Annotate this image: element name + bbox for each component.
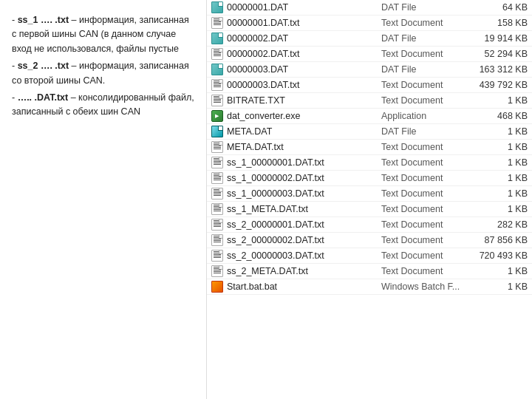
file-icon <box>211 157 223 168</box>
file-type: Text Document <box>377 217 469 233</box>
file-type: Windows Batch F... <box>377 279 469 295</box>
file-name-cell: ss_2_META.DAT.txt <box>207 264 377 279</box>
file-size: 163 312 KB <box>469 62 532 78</box>
table-row[interactable]: 00000002.DAT.txt Text Document52 294 KB <box>207 47 532 62</box>
item1: - ss_1 …. .txt – информация, записанная … <box>12 13 194 56</box>
file-type: DAT File <box>377 0 469 16</box>
file-icon <box>211 33 223 44</box>
file-type: Text Document <box>377 78 469 93</box>
file-size: 1 KB <box>469 155 532 171</box>
file-icon <box>211 79 223 91</box>
file-name-cell: ss_2_00000001.DAT.txt <box>207 217 377 232</box>
file-type: Text Document <box>377 16 469 31</box>
file-name-cell: dat_converter.exe <box>207 109 377 123</box>
file-size: 468 KB <box>469 109 532 124</box>
file-type: DAT File <box>377 31 469 47</box>
file-type: Text Document <box>377 155 469 171</box>
file-icon <box>211 17 223 29</box>
file-name: 00000003.DAT <box>227 64 288 75</box>
table-row[interactable]: META.DAT.txt Text Document1 KB <box>207 140 532 155</box>
file-name: META.DAT <box>227 126 272 137</box>
file-size: 1 KB <box>469 279 532 295</box>
file-icon <box>211 172 223 184</box>
file-icon <box>211 234 223 246</box>
file-type: Text Document <box>377 233 469 248</box>
table-row[interactable]: ss_2_00000003.DAT.txt Text Document720 4… <box>207 248 532 264</box>
file-icon <box>211 188 223 200</box>
file-type: Text Document <box>377 140 469 155</box>
file-icon <box>211 48 223 60</box>
table-row[interactable]: ss_2_00000001.DAT.txt Text Document282 K… <box>207 217 532 233</box>
file-size: 87 856 KB <box>469 233 532 248</box>
file-name: 00000002.DAT <box>227 33 288 44</box>
file-name-cell: 00000001.DAT.txt <box>207 16 377 30</box>
file-type: Text Document <box>377 47 469 62</box>
file-name-cell: ss_1_00000003.DAT.txt <box>207 186 377 201</box>
table-row[interactable]: BITRATE.TXT Text Document1 KB <box>207 93 532 109</box>
file-name: ss_2_00000001.DAT.txt <box>227 219 324 230</box>
file-name: 00000001.DAT <box>227 2 288 13</box>
file-type: Text Document <box>377 93 469 109</box>
file-icon <box>211 110 223 122</box>
file-size: 1 KB <box>469 171 532 186</box>
file-size: 64 KB <box>469 0 532 16</box>
file-name: ss_1_00000002.DAT.txt <box>227 173 324 183</box>
file-name-cell: 00000002.DAT <box>207 31 377 46</box>
table-row[interactable]: ss_1_META.DAT.txt Text Document1 KB <box>207 202 532 217</box>
table-row[interactable]: ss_2_00000002.DAT.txt Text Document87 85… <box>207 233 532 248</box>
table-row[interactable]: META.DAT DAT File1 KB <box>207 124 532 140</box>
file-name-cell: 00000002.DAT.txt <box>207 47 377 61</box>
file-size: 1 KB <box>469 202 532 217</box>
file-icon <box>211 219 223 231</box>
file-name-cell: META.DAT.txt <box>207 140 377 154</box>
file-icon <box>211 203 223 215</box>
table-row[interactable]: 00000003.DAT DAT File163 312 KB <box>207 62 532 78</box>
table-row[interactable]: 00000001.DAT.txt Text Document158 KB <box>207 16 532 31</box>
table-row[interactable]: ss_1_00000003.DAT.txt Text Document1 KB <box>207 186 532 202</box>
file-name: BITRATE.TXT <box>227 95 285 106</box>
file-name: ss_1_00000003.DAT.txt <box>227 188 324 199</box>
table-row[interactable]: ss_1_00000002.DAT.txt Text Document1 KB <box>207 171 532 186</box>
file-name-cell: ss_1_00000002.DAT.txt <box>207 171 377 185</box>
file-name-cell: ss_1_00000001.DAT.txt <box>207 155 377 170</box>
table-row[interactable]: 00000001.DAT DAT File64 KB <box>207 0 532 16</box>
file-icon <box>211 250 223 262</box>
file-icon <box>211 141 223 153</box>
file-icon <box>211 64 223 75</box>
file-size: 158 KB <box>469 16 532 31</box>
file-icon <box>211 1 223 13</box>
file-name: ss_2_META.DAT.txt <box>227 266 308 276</box>
file-name: ss_2_00000002.DAT.txt <box>227 235 324 245</box>
file-name: dat_converter.exe <box>227 111 300 121</box>
file-size: 1 KB <box>469 124 532 140</box>
file-name: META.DAT.txt <box>227 142 284 152</box>
table-row[interactable]: Start.bat.bat Windows Batch F...1 KB <box>207 279 532 295</box>
file-icon <box>211 126 223 137</box>
table-row[interactable]: dat_converter.exe Application468 KB <box>207 109 532 124</box>
file-size: 52 294 KB <box>469 47 532 62</box>
file-name: 00000002.DAT.txt <box>227 49 299 59</box>
file-name-cell: META.DAT <box>207 124 377 139</box>
file-name-cell: 00000003.DAT.txt <box>207 78 377 92</box>
file-name: ss_1_META.DAT.txt <box>227 204 308 214</box>
file-size: 439 792 KB <box>469 78 532 93</box>
file-name-cell: ss_2_00000002.DAT.txt <box>207 233 377 248</box>
description-panel: - ss_1 …. .txt – информация, записанная … <box>0 0 207 399</box>
file-name-cell: 00000001.DAT <box>207 0 377 15</box>
file-type: DAT File <box>377 62 469 78</box>
file-size: 19 914 KB <box>469 31 532 47</box>
table-row[interactable]: 00000003.DAT.txt Text Document439 792 KB <box>207 78 532 93</box>
file-size: 282 KB <box>469 217 532 233</box>
file-type: Application <box>377 109 469 124</box>
file-type: DAT File <box>377 124 469 140</box>
table-row[interactable]: 00000002.DAT DAT File19 914 KB <box>207 31 532 47</box>
table-row[interactable]: ss_2_META.DAT.txt Text Document1 KB <box>207 264 532 279</box>
table-row[interactable]: ss_1_00000001.DAT.txt Text Document1 KB <box>207 155 532 171</box>
file-name-cell: 00000003.DAT <box>207 62 377 77</box>
file-type: Text Document <box>377 202 469 217</box>
file-name-cell: ss_2_00000003.DAT.txt <box>207 248 377 263</box>
file-icon <box>211 95 223 106</box>
file-name-cell: Start.bat.bat <box>207 279 377 294</box>
file-name: Start.bat.bat <box>227 282 277 292</box>
file-size: 1 KB <box>469 140 532 155</box>
